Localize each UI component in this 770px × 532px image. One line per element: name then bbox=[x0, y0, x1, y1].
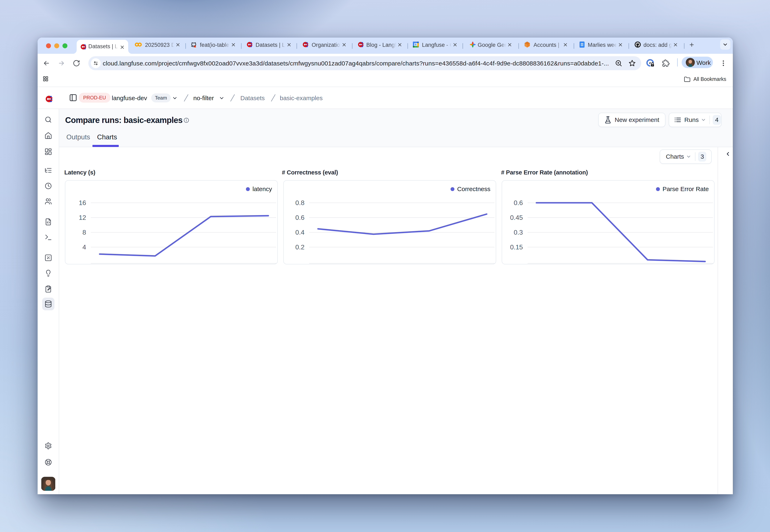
svg-text:8: 8 bbox=[82, 229, 86, 236]
svg-text:0.15: 0.15 bbox=[510, 243, 523, 251]
svg-text:0.6: 0.6 bbox=[514, 199, 523, 206]
svg-text:0.6: 0.6 bbox=[296, 214, 305, 221]
svg-text:12: 12 bbox=[79, 214, 86, 221]
svg-text:0.2: 0.2 bbox=[296, 243, 305, 251]
svg-text:0.45: 0.45 bbox=[510, 214, 523, 221]
svg-text:0.4: 0.4 bbox=[296, 229, 305, 236]
svg-text:4: 4 bbox=[82, 243, 86, 251]
svg-text:0.3: 0.3 bbox=[514, 229, 523, 236]
svg-text:16: 16 bbox=[79, 199, 86, 206]
svg-text:0.8: 0.8 bbox=[296, 199, 305, 206]
